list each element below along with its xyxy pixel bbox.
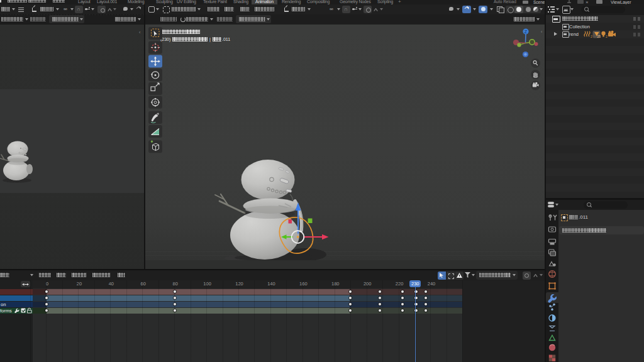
svg-text:25: 25 — [597, 35, 601, 38]
svg-text:2: 2 — [606, 35, 608, 38]
svg-text:2: 2 — [591, 35, 592, 38]
